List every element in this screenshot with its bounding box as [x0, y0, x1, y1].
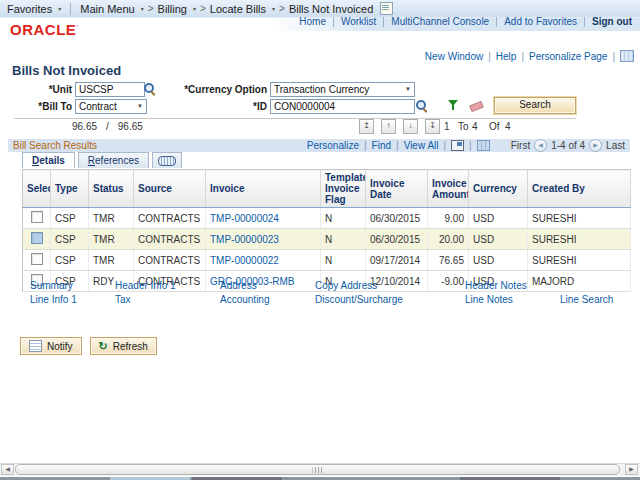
- bill-to-select[interactable]: Contract ▼: [75, 99, 147, 114]
- cell-created-by: SURESHI: [528, 208, 631, 229]
- breadcrumb-locate-bills[interactable]: Locate Bills: [210, 3, 266, 15]
- scroll-down-icon[interactable]: ↓: [403, 119, 418, 134]
- footer-link-address[interactable]: Address: [220, 280, 257, 291]
- last-label[interactable]: Last: [606, 140, 625, 151]
- action-buttons: Notify ↻ Refresh: [20, 337, 157, 355]
- scrollbar-right-arrow[interactable]: ▶: [625, 464, 638, 475]
- results-table: Select Type Status Source Invoice Templa…: [22, 169, 631, 292]
- chevron-down-icon: ▾: [193, 5, 196, 12]
- zoom-grid-icon[interactable]: [451, 140, 464, 151]
- notify-button[interactable]: Notify: [20, 337, 82, 355]
- breadcrumb-main-menu[interactable]: Main Menu: [80, 3, 134, 15]
- top-nav-home[interactable]: Home: [299, 16, 326, 27]
- breadcrumb-billing[interactable]: Billing: [158, 3, 187, 15]
- scrollbar-thumb[interactable]: [15, 464, 620, 475]
- breadcrumb-favorites[interactable]: Favorites: [7, 3, 52, 15]
- currency-option-label: *Currency Option: [140, 84, 267, 95]
- next-page-icon[interactable]: ▶: [589, 139, 602, 152]
- chevron-down-icon: ▾: [141, 5, 144, 12]
- id-lookup-icon[interactable]: [415, 99, 428, 112]
- totals-separator: /: [106, 121, 109, 132]
- cell-invoice-amount: 9.00: [428, 208, 469, 229]
- footer-link-accounting[interactable]: Accounting: [220, 294, 269, 305]
- first-label[interactable]: First: [511, 140, 530, 151]
- currency-option-select[interactable]: Transaction Currency ▼: [270, 82, 415, 97]
- refresh-button[interactable]: ↻ Refresh: [90, 337, 157, 355]
- invoice-link[interactable]: TMP-00000024: [206, 208, 321, 229]
- id-label: *ID: [140, 101, 267, 112]
- help-link[interactable]: Help: [496, 51, 517, 62]
- personalize-link[interactable]: Personalize: [307, 140, 359, 151]
- scrollbar-left-arrow[interactable]: ◀: [1, 464, 14, 475]
- breadcrumb-current-page[interactable]: Bills Not Invoiced: [289, 3, 373, 15]
- cell-type: CSP: [51, 229, 89, 250]
- footer-links-row2: Line Info 1TaxAccountingDiscount/Surchar…: [0, 294, 640, 306]
- footer-link-copy-address[interactable]: Copy Address: [315, 280, 377, 291]
- invoice-link[interactable]: TMP-00000022: [206, 250, 321, 271]
- row-select-checkbox[interactable]: [31, 211, 43, 223]
- show-all-columns-icon[interactable]: [152, 152, 182, 168]
- col-template-invoice-flag: Template Invoice Flag: [321, 170, 366, 208]
- cell-invoice-amount: 20.00: [428, 229, 469, 250]
- view-all-link[interactable]: View All: [404, 140, 439, 151]
- dropdown-arrow-icon: ▼: [405, 84, 411, 95]
- tab-references[interactable]: References: [78, 152, 149, 168]
- top-nav-worklist[interactable]: Worklist: [341, 16, 376, 27]
- cell-invoice-date: 06/30/2015: [366, 229, 428, 250]
- footer-link-line-search[interactable]: Line Search: [560, 294, 613, 305]
- results-table-body: CSP TMR CONTRACTS TMP-00000024 N 06/30/2…: [23, 208, 631, 292]
- link-divider: |: [469, 140, 472, 151]
- cell-currency: USD: [469, 250, 528, 271]
- cell-created-by: SURESHI: [528, 229, 631, 250]
- unit-input[interactable]: USCSP: [75, 82, 145, 97]
- footer-link-line-info-1[interactable]: Line Info 1: [30, 294, 77, 305]
- personalize-page-link[interactable]: Personalize Page: [529, 51, 607, 62]
- new-window-link[interactable]: New Window: [425, 51, 483, 62]
- cell-type: CSP: [51, 250, 89, 271]
- sign-out-link[interactable]: Sign out: [592, 16, 632, 27]
- results-section-title: Bill Search Results: [13, 140, 97, 151]
- cell-invoice-date: 06/30/2015: [366, 208, 428, 229]
- scroll-up-icon[interactable]: ↑: [381, 119, 396, 134]
- search-button[interactable]: Search: [494, 97, 576, 114]
- footer-link-header-info-1[interactable]: Header Info 1: [115, 280, 176, 291]
- footer-link-summary[interactable]: Summary: [30, 280, 73, 291]
- top-nav-add-to-favorites[interactable]: Add to Favorites: [504, 16, 577, 27]
- tab-details[interactable]: Details: [22, 152, 75, 168]
- row-select-checkbox[interactable]: [31, 232, 43, 244]
- nav-divider: [333, 17, 334, 27]
- link-divider: |: [488, 51, 491, 62]
- notify-icon: [29, 340, 42, 352]
- filter-funnel-icon[interactable]: [447, 99, 460, 112]
- grid-scroll-buttons: ↥ ↑ ↓ ↧: [359, 119, 440, 134]
- footer-link-line-notes[interactable]: Line Notes: [465, 294, 513, 305]
- cell-type: CSP: [51, 208, 89, 229]
- breadcrumb-page-icon[interactable]: [380, 2, 393, 15]
- cell-template-invoice-flag: N: [321, 229, 366, 250]
- top-nav: Home Worklist MultiChannel Console Add t…: [299, 16, 632, 27]
- scrollbar-grip: [312, 467, 323, 473]
- invoice-link[interactable]: TMP-00000023: [206, 229, 321, 250]
- footer-link-header-notes[interactable]: Header Notes: [465, 280, 527, 291]
- scroll-to-top-icon[interactable]: ↥: [359, 119, 374, 134]
- row-pager-to-label: To: [458, 121, 469, 132]
- scroll-to-bottom-icon[interactable]: ↧: [425, 119, 440, 134]
- footer-link-discount-surcharge[interactable]: Discount/Surcharge: [315, 294, 403, 305]
- copy-url-icon[interactable]: [620, 50, 634, 62]
- find-link[interactable]: Find: [372, 140, 391, 151]
- col-type: Type: [51, 170, 89, 208]
- clear-criteria-icon[interactable]: [469, 99, 485, 112]
- previous-page-icon[interactable]: ◀: [534, 139, 547, 152]
- results-section-bar: Bill Search Results Personalize | Find |…: [8, 139, 630, 152]
- footer-link-tax[interactable]: Tax: [115, 294, 131, 305]
- cell-source: CONTRACTS: [134, 229, 206, 250]
- refresh-icon: ↻: [99, 341, 108, 351]
- pager-range: 1-4 of 4: [551, 140, 585, 151]
- row-select-checkbox[interactable]: [31, 253, 43, 265]
- page-utility-links: New Window | Help | Personalize Page |: [425, 50, 634, 62]
- id-input[interactable]: CON0000004: [270, 99, 415, 114]
- cell-template-invoice-flag: N: [321, 250, 366, 271]
- download-icon[interactable]: [477, 140, 490, 151]
- results-tabs: Details References: [22, 152, 182, 168]
- top-nav-multichannel-console[interactable]: MultiChannel Console: [391, 16, 489, 27]
